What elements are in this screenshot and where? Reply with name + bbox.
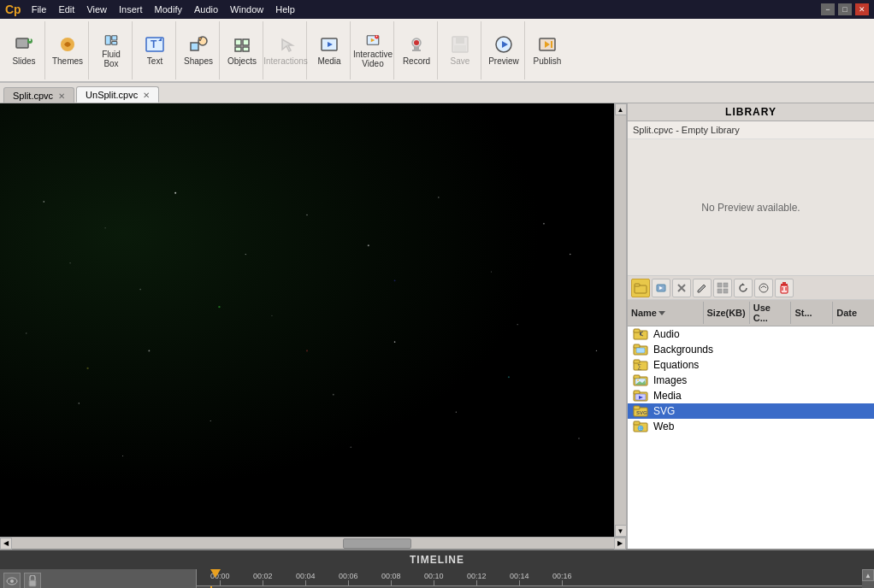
media-button[interactable]: Media (312, 32, 346, 68)
svg-rect-81 (634, 329, 640, 332)
menu-help[interactable]: Help (270, 3, 300, 16)
svg-point-36 (174, 192, 176, 194)
delete-icon (778, 282, 790, 294)
slides-label: Slides (12, 56, 35, 66)
hscroll-thumb[interactable] (343, 538, 411, 549)
tree-svg[interactable]: SVG SVG (628, 403, 874, 419)
shapes-button[interactable]: Shapes (181, 32, 216, 68)
record-button[interactable]: Record (399, 32, 434, 68)
tree-audio-label: Audio (653, 328, 680, 340)
text-label: Text (147, 56, 162, 66)
svg-rect-108 (29, 580, 36, 586)
canvas-hscroll[interactable]: ◀ ▶ (0, 537, 626, 549)
col-name[interactable]: Name (628, 302, 704, 324)
vscroll-down[interactable]: ▼ (615, 525, 627, 537)
col-usec[interactable]: Use C... (750, 302, 792, 324)
close-button[interactable]: ✕ (855, 3, 869, 15)
svg-text:∑: ∑ (637, 363, 641, 370)
lib-btn-3[interactable] (672, 279, 691, 297)
tab-split[interactable]: Split.cpvc ✕ (3, 87, 74, 103)
timeline-section: TIMELINE (0, 549, 874, 588)
menu-bar-items[interactable]: File Edit View Insert Modify Audio Windo… (27, 3, 300, 16)
menu-file[interactable]: File (27, 3, 52, 16)
maximize-button[interactable]: □ (838, 3, 852, 15)
slides-icon (14, 34, 34, 55)
objects-icon (232, 34, 252, 55)
lib-icon-2 (655, 282, 667, 294)
folder-images-icon (633, 374, 648, 386)
interactions-label: Interactions (263, 56, 308, 66)
tab-unsplit-close[interactable]: ✕ (143, 91, 150, 100)
tree-audio[interactable]: Audio (628, 326, 874, 342)
tab-split-close[interactable]: ✕ (58, 91, 65, 101)
col-date[interactable]: Date (833, 302, 874, 324)
tl-vscroll-up[interactable]: ▲ (862, 569, 874, 581)
svg-point-34 (43, 201, 44, 203)
tree-images[interactable]: Images (628, 373, 874, 388)
menu-view[interactable]: View (81, 3, 112, 16)
tabs-bar: Split.cpvc ✕ UnSplit.cpvc ✕ (0, 83, 874, 103)
menu-edit[interactable]: Edit (53, 3, 80, 16)
hscroll-right[interactable]: ▶ (614, 538, 626, 550)
vscroll-up[interactable]: ▲ (615, 103, 627, 115)
lib-btn-7[interactable] (754, 279, 773, 297)
preview-button[interactable]: Preview (487, 32, 521, 68)
menu-insert[interactable]: Insert (114, 3, 148, 16)
svg-point-59 (218, 306, 220, 308)
lib-btn-2[interactable] (652, 279, 670, 297)
stars-svg (0, 103, 614, 537)
tree-media[interactable]: Media (628, 388, 874, 403)
hscroll-track[interactable] (12, 538, 614, 550)
tree-equations[interactable]: ∑ Equations (628, 357, 874, 373)
menu-modify[interactable]: Modify (150, 3, 187, 16)
window-controls[interactable]: − □ ✕ (821, 3, 869, 15)
menu-window[interactable]: Window (225, 3, 269, 16)
app-logo: Cp (5, 3, 21, 16)
svg-rect-0 (16, 38, 28, 48)
svg-marker-79 (658, 311, 665, 315)
themes-button[interactable]: Themes (50, 32, 85, 68)
svg-point-41 (139, 289, 141, 291)
minimize-button[interactable]: − (821, 3, 835, 15)
svg-rect-70 (718, 289, 722, 293)
svg-point-49 (394, 341, 396, 343)
svg-point-52 (78, 403, 80, 404)
publish-button[interactable]: Publish (530, 32, 564, 68)
svg-point-55 (456, 412, 457, 413)
menu-audio[interactable]: Audio (189, 3, 223, 16)
canvas-content[interactable] (0, 103, 614, 537)
publish-icon (537, 34, 558, 55)
objects-button[interactable]: Objects (225, 32, 259, 68)
toolbar-group-interactive-video: Interactive Video (352, 21, 394, 79)
hscroll-left[interactable]: ◀ (0, 538, 12, 550)
svg-point-73 (759, 284, 768, 292)
col-size[interactable]: Size(KB) (704, 302, 750, 324)
lib-open-folder-button[interactable] (631, 279, 650, 297)
tree-backgrounds[interactable]: Backgrounds (628, 342, 874, 357)
tl-lock-button[interactable] (24, 573, 41, 589)
fluidbox-button[interactable]: Fluid Box (94, 32, 128, 68)
tl-eye-button[interactable] (3, 573, 21, 589)
svg-rect-96 (634, 391, 640, 394)
lib-refresh-button[interactable] (734, 279, 753, 297)
timeline-vscroll[interactable]: ▲ ▼ (862, 569, 874, 588)
text-button[interactable]: T Text (138, 32, 172, 68)
main-area: ▲ ▼ ◀ ▶ LIBRARY Split.cpvc - Empty Libra… (0, 103, 874, 549)
svg-rect-28 (454, 45, 466, 51)
tab-unsplit[interactable]: UnSplit.cpvc ✕ (76, 86, 159, 103)
lib-edit-button[interactable] (693, 279, 712, 297)
lib-grid-button[interactable] (713, 279, 732, 297)
interactive-video-button[interactable]: Interactive Video (356, 32, 390, 68)
tree-web[interactable]: Web (628, 419, 874, 434)
slides-button[interactable]: Slides (7, 32, 41, 68)
lib-delete-button[interactable] (775, 279, 794, 297)
tl-vscroll-track[interactable] (862, 581, 874, 588)
svg-rect-71 (723, 289, 728, 293)
canvas-vscroll[interactable]: ▲ ▼ (614, 103, 626, 537)
tab-unsplit-label: UnSplit.cpvc (86, 90, 138, 100)
svg-rect-4 (105, 35, 110, 44)
svg-point-61 (394, 279, 396, 281)
folder-backgrounds-icon (633, 344, 648, 356)
col-st[interactable]: St... (791, 302, 833, 324)
svg-rect-85 (634, 344, 640, 348)
